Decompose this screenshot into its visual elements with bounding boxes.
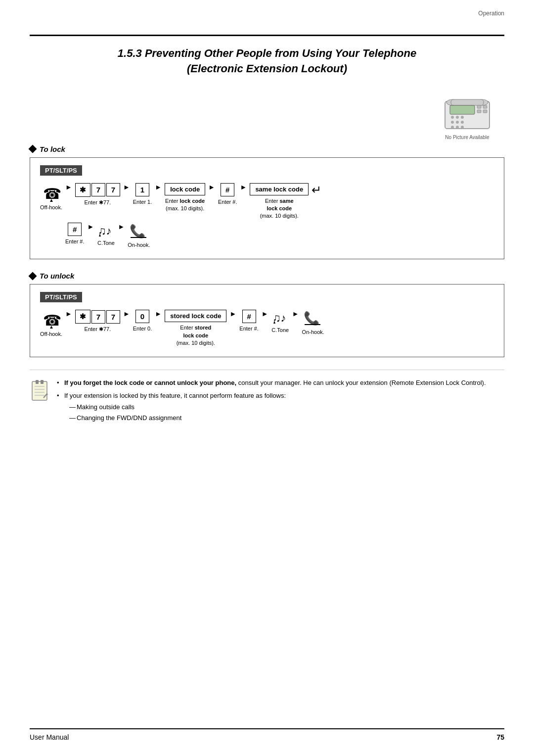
title-line2: (Electronic Extension Lockout) — [30, 61, 504, 77]
to-unlock-box: PT/SLT/PS ☎ ▲ Off-hook. ► ✱ 7 7 Enter ✱7… — [30, 284, 504, 357]
arrow3-lock: ► — [155, 183, 162, 200]
note-dash-1: Making outside calls — [64, 402, 486, 413]
seven2-box-unlock: 7 — [106, 310, 120, 324]
svg-point-9 — [451, 116, 454, 119]
no-picture-label: No Picture Available — [445, 135, 489, 140]
page-title: 1.5.3 Preventing Other People from Using… — [30, 46, 504, 77]
samelockcode-box: same lock code — [250, 183, 309, 195]
return-arrow-lock: ↵ — [312, 183, 321, 212]
svg-text:▲: ▲ — [49, 324, 54, 329]
lock-step-samelockcode: same lock code Enter samelock code(max. … — [250, 183, 309, 220]
phone-image-svg — [440, 92, 494, 134]
lockcode-label: Enter lock code(max. 10 digits). — [165, 197, 205, 213]
star-box-unlock: ✱ — [75, 310, 90, 324]
hash1-label-lock: Enter #. — [218, 198, 237, 206]
footer-page-number: 75 — [496, 733, 504, 741]
svg-rect-8 — [483, 110, 487, 113]
svg-point-13 — [456, 121, 459, 124]
footer-manual-label: User Manual — [30, 733, 69, 741]
seven1-box-lock: 7 — [91, 183, 105, 196]
hash2-box-lock: # — [68, 223, 82, 236]
arrow5-lock: ► — [240, 183, 247, 200]
ctone-icon-lock: ♫♪ — [97, 223, 115, 237]
star77-label-lock: Enter ✱77. — [85, 199, 111, 206]
note1-rest: consult your manager. He can unlock your… — [236, 379, 486, 386]
ctone-label-lock: C.Tone — [97, 239, 115, 247]
notes-list: If you forget the lock code or cannot un… — [57, 378, 486, 423]
lockcode-box: lock code — [165, 183, 205, 195]
svg-rect-30 — [32, 381, 47, 400]
one-box-lock: 1 — [135, 183, 149, 196]
svg-text:▲: ▲ — [49, 197, 54, 202]
unlock-step-onhook: 📞 On-hook. — [302, 310, 324, 336]
unlock-step-star77: ✱ 7 7 Enter ✱77. — [75, 310, 120, 333]
unlock-step-ctone: ♫♪ C.Tone — [271, 310, 289, 334]
svg-point-14 — [461, 121, 464, 124]
storedlockcode-box: stored lock code — [165, 310, 226, 322]
arrow2-lock: ► — [123, 183, 130, 200]
svg-rect-6 — [483, 105, 487, 108]
note-dash-2: Changing the FWD/DND assignment — [64, 413, 486, 424]
samelockcode-text: same lock code — [255, 186, 303, 193]
lock-step-star77: ✱ 7 7 Enter ✱77. — [75, 183, 120, 206]
samelockcode-label: Enter samelock code(max. 10 digits). — [260, 197, 299, 220]
onhook-icon-lock: 📞 — [130, 223, 148, 239]
page-footer: User Manual 75 — [30, 728, 504, 741]
svg-point-12 — [451, 121, 454, 124]
note1-bold: If you forget the lock code or cannot un… — [64, 379, 236, 386]
seven1-box-unlock: 7 — [91, 310, 105, 324]
to-lock-header: To lock — [30, 145, 504, 153]
phone-image-area: No Picture Available — [30, 92, 494, 140]
arrow1-lock: ► — [65, 183, 72, 200]
to-lock-tab-label: PT/SLT/PS — [40, 165, 82, 176]
hash2-label-lock: Enter #. — [65, 238, 85, 245]
arrow3-unlock: ► — [155, 310, 162, 327]
zero-box-unlock: 0 — [135, 310, 149, 323]
phone-image-box: No Picture Available — [440, 92, 494, 140]
svg-rect-3 — [451, 99, 484, 105]
to-lock-box: PT/SLT/PS ☎ ▲ Off-hook. ► ✱ 7 7 — [30, 157, 504, 260]
svg-point-16 — [456, 126, 459, 129]
title-line1: 1.5.3 Preventing Other People from Using… — [30, 46, 504, 61]
ctone-icon-unlock: ♫♪ — [271, 310, 289, 325]
arrow5-unlock: ► — [262, 310, 268, 327]
unlock-step-offhook: ☎ ▲ Off-hook. — [40, 310, 62, 338]
note-item-2: If your extension is locked by this feat… — [57, 390, 486, 423]
lock-step-hash1: # Enter #. — [218, 183, 237, 206]
svg-rect-35 — [36, 380, 39, 384]
hash-box-unlock: # — [242, 310, 256, 323]
hash1-box-lock: # — [221, 183, 234, 196]
onhook-label-lock: On-hook. — [128, 241, 150, 249]
svg-rect-4 — [450, 105, 475, 114]
lock-step-offhook: ☎ ▲ Off-hook. — [40, 183, 62, 211]
offhook-icon-lock: ☎ ▲ — [42, 183, 61, 202]
notes-content: If you forget the lock code or cannot un… — [57, 378, 486, 425]
unlock-step-zero: 0 Enter 0. — [133, 310, 152, 332]
lock-step-onhook: 📞 On-hook. — [128, 223, 150, 249]
arrow2-unlock: ► — [123, 310, 130, 327]
operation-label: Operation — [478, 10, 504, 17]
arrow6-unlock: ► — [292, 310, 299, 327]
svg-rect-7 — [477, 110, 481, 113]
seven2-box-lock: 7 — [106, 183, 120, 196]
lock-step-hash2: # Enter #. — [65, 223, 85, 245]
svg-rect-36 — [41, 380, 44, 384]
offhook-label-lock: Off-hook. — [40, 204, 62, 211]
diamond-icon — [29, 145, 37, 153]
svg-text:📞: 📞 — [304, 310, 320, 326]
arrow6-lock: ► — [88, 223, 94, 239]
top-rule — [30, 35, 504, 36]
star-box-lock: ✱ — [75, 183, 90, 197]
svg-point-10 — [456, 116, 459, 119]
storedlockcode-label: Enter storedlock code(max. 10 digits). — [177, 324, 215, 347]
ctone-label-unlock: C.Tone — [271, 327, 289, 334]
page-container: Operation 1.5.3 Preventing Other People … — [0, 0, 534, 455]
diamond-icon-unlock — [29, 272, 37, 280]
onhook-icon-unlock: 📞 — [304, 310, 322, 327]
hash-label-unlock: Enter #. — [239, 325, 259, 332]
note-item-1: If you forget the lock code or cannot un… — [57, 378, 486, 388]
to-unlock-tab-label: PT/SLT/PS — [40, 292, 82, 302]
svg-point-17 — [461, 126, 464, 129]
lockcode-text: lock code — [170, 186, 200, 193]
lock-step-one: 1 Enter 1. — [133, 183, 152, 206]
